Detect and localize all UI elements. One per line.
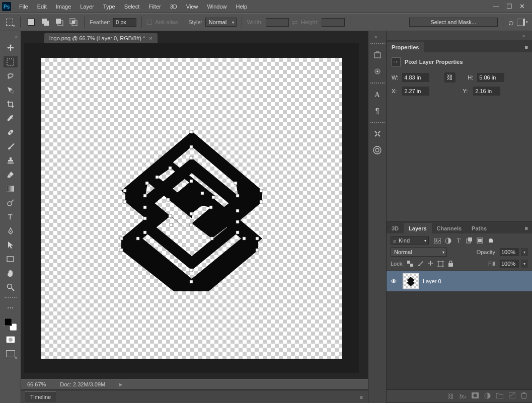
crop-tool-icon[interactable] xyxy=(4,99,18,110)
healing-tool-icon[interactable] xyxy=(4,127,18,138)
menu-help[interactable]: Help xyxy=(232,2,252,12)
stamp-tool-icon[interactable] xyxy=(4,155,18,166)
opacity-slider-icon[interactable]: ▾ xyxy=(521,248,528,256)
new-layer-icon[interactable] xyxy=(509,392,515,400)
menu-select[interactable]: Select xyxy=(120,2,144,12)
fill-slider-icon[interactable]: ▾ xyxy=(521,260,528,268)
layer-filter-dropdown[interactable]: ⌕Kind xyxy=(391,236,429,245)
x-field[interactable] xyxy=(402,87,429,96)
maximize-button[interactable]: ☐ xyxy=(506,3,512,10)
paragraph-panel-icon[interactable]: ¶ xyxy=(370,104,385,118)
move-tool-icon[interactable] xyxy=(4,42,18,53)
brush-panel-icon[interactable] xyxy=(370,64,385,78)
doc-info-arrow-icon[interactable]: ▶ xyxy=(119,382,122,387)
doc-info[interactable]: Doc: 2.32M/3.09M xyxy=(60,381,105,387)
collapse-icon[interactable]: » xyxy=(15,34,18,39)
blend-mode-dropdown[interactable]: Normal xyxy=(391,248,447,257)
menu-view[interactable]: View xyxy=(182,2,202,12)
channels-tab[interactable]: Channels xyxy=(432,223,467,233)
visibility-icon[interactable]: 👁 xyxy=(391,278,399,285)
filter-type-icon[interactable]: T xyxy=(455,237,463,245)
menu-image[interactable]: Image xyxy=(52,2,75,12)
close-tab-icon[interactable]: × xyxy=(149,35,152,41)
marquee-tool-icon[interactable] xyxy=(4,56,18,67)
intersect-selection-icon[interactable] xyxy=(68,17,79,28)
filter-toggle-icon[interactable] xyxy=(489,238,493,243)
dodge-tool-icon[interactable] xyxy=(4,197,18,208)
layers-tab[interactable]: Layers xyxy=(404,223,431,233)
rectangle-tool-icon[interactable] xyxy=(4,254,18,265)
gradient-tool-icon[interactable] xyxy=(4,183,18,194)
close-button[interactable]: ✕ xyxy=(519,3,525,10)
character-panel-icon[interactable]: A xyxy=(370,88,385,102)
layer-row[interactable]: 👁 Layer 0 xyxy=(387,271,532,291)
history-panel-icon[interactable] xyxy=(370,48,385,62)
panel-menu-icon[interactable]: ≡ xyxy=(521,223,532,233)
type-tool-icon[interactable]: T xyxy=(4,211,18,222)
panel-menu-icon[interactable]: ≡ xyxy=(521,42,532,52)
edit-toolbar-icon[interactable]: ⋯ xyxy=(4,302,18,313)
brush-tool-icon[interactable] xyxy=(4,141,18,152)
workspace-switcher-icon[interactable]: ▾ xyxy=(517,17,528,28)
width-field[interactable] xyxy=(402,73,429,82)
fill-field[interactable] xyxy=(500,260,519,268)
lock-pixels-icon[interactable] xyxy=(417,260,424,267)
canvas-viewport[interactable] xyxy=(24,43,359,373)
lock-all-icon[interactable] xyxy=(447,260,454,267)
3d-tab[interactable]: 3D xyxy=(387,223,404,233)
menu-window[interactable]: Window xyxy=(203,2,231,12)
new-selection-icon[interactable] xyxy=(26,17,37,28)
eraser-tool-icon[interactable] xyxy=(4,169,18,180)
timeline-tab[interactable]: Timeline xyxy=(25,391,56,402)
filter-shape-icon[interactable] xyxy=(466,237,473,245)
filter-pixel-icon[interactable] xyxy=(434,237,441,245)
height-field[interactable] xyxy=(477,73,504,82)
minimize-button[interactable]: — xyxy=(493,3,499,10)
quick-mask-icon[interactable] xyxy=(4,334,18,345)
expand-dock-icon[interactable]: « xyxy=(374,34,377,39)
search-icon[interactable] xyxy=(508,17,514,28)
layer-name[interactable]: Layer 0 xyxy=(423,278,441,284)
adjustment-layer-icon[interactable] xyxy=(484,392,491,400)
link-dimensions-icon[interactable]: ⛓ xyxy=(444,72,455,83)
panel-menu-icon[interactable]: ≡ xyxy=(355,394,368,400)
new-group-icon[interactable] xyxy=(496,392,503,400)
filter-smart-icon[interactable] xyxy=(476,237,484,245)
layer-mask-icon[interactable] xyxy=(472,392,479,400)
document-tab[interactable]: logo.png @ 66.7% (Layer 0, RGB/8#) * × xyxy=(44,33,158,43)
opacity-field[interactable] xyxy=(500,248,519,256)
lasso-tool-icon[interactable] xyxy=(4,70,18,82)
y-field[interactable] xyxy=(473,87,500,96)
zoom-level[interactable]: 66.67% xyxy=(27,381,46,387)
eyedropper-tool-icon[interactable] xyxy=(4,113,18,124)
quick-select-tool-icon[interactable] xyxy=(4,85,18,96)
tools-panel-icon[interactable] xyxy=(370,127,385,141)
menu-edit[interactable]: Edit xyxy=(33,2,51,12)
menu-filter[interactable]: Filter xyxy=(144,2,165,12)
collapse-panels-icon[interactable]: » xyxy=(518,31,529,40)
color-swatches[interactable] xyxy=(4,318,17,331)
current-tool-icon[interactable] xyxy=(4,17,15,28)
menu-3d[interactable]: 3D xyxy=(166,2,181,12)
document-canvas[interactable] xyxy=(41,58,342,359)
menu-type[interactable]: Type xyxy=(99,2,119,12)
properties-tab[interactable]: Properties xyxy=(387,42,424,52)
subtract-selection-icon[interactable] xyxy=(54,17,65,28)
lock-transparency-icon[interactable] xyxy=(407,260,414,267)
lock-position-icon[interactable] xyxy=(427,260,434,267)
style-dropdown[interactable]: Normal xyxy=(205,18,237,27)
delete-layer-icon[interactable] xyxy=(521,392,527,400)
layer-fx-icon[interactable]: fx▾ xyxy=(460,393,466,400)
hand-tool-icon[interactable] xyxy=(4,268,18,279)
add-selection-icon[interactable] xyxy=(40,17,51,28)
lock-artboard-icon[interactable] xyxy=(437,260,444,267)
path-select-tool-icon[interactable] xyxy=(4,239,18,251)
filter-adjust-icon[interactable] xyxy=(444,237,452,245)
link-layers-icon[interactable]: ⛓ xyxy=(448,393,454,400)
libraries-panel-icon[interactable] xyxy=(370,143,385,157)
layer-list[interactable]: 👁 Layer 0 xyxy=(387,271,532,389)
menu-file[interactable]: File xyxy=(15,2,32,12)
select-and-mask-button[interactable]: Select and Mask... xyxy=(409,18,498,27)
screen-mode-icon[interactable] xyxy=(4,348,18,359)
zoom-tool-icon[interactable] xyxy=(4,282,18,293)
